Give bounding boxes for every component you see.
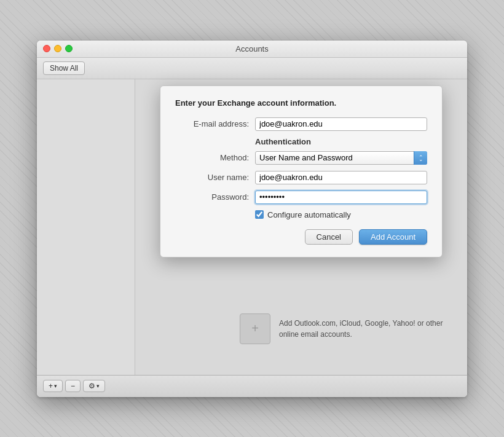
add-account-button[interactable]: Add Account [359, 229, 427, 245]
username-input[interactable] [255, 171, 427, 184]
bottom-bar: + ▾ − ⚙ ▾ [37, 375, 467, 397]
add-button[interactable]: + ▾ [43, 380, 63, 392]
method-select[interactable]: User Name and Password Kerberos NTLMv2 [255, 151, 427, 165]
password-input[interactable] [255, 191, 427, 204]
traffic-lights [43, 45, 73, 52]
main-window: Accounts Show All Enter your Exchange ac… [37, 41, 467, 397]
gear-arrow-icon: ▾ [96, 383, 100, 389]
gear-button[interactable]: ⚙ ▾ [83, 380, 105, 392]
cancel-button[interactable]: Cancel [305, 229, 353, 245]
email-input[interactable] [255, 117, 427, 131]
main-content: Enter your Exchange account information.… [135, 79, 467, 375]
show-all-button[interactable]: Show All [43, 61, 85, 75]
method-row: Method: User Name and Password Kerberos … [175, 151, 427, 165]
method-label: Method: [175, 153, 255, 162]
modal-overlay: Enter your Exchange account information.… [135, 79, 467, 375]
email-label: E-mail address: [175, 119, 255, 128]
window-title: Accounts [235, 44, 268, 53]
email-row: E-mail address: [175, 117, 427, 131]
minus-icon: − [71, 382, 75, 390]
method-select-wrapper: User Name and Password Kerberos NTLMv2 [255, 151, 427, 165]
sidebar [37, 79, 135, 375]
remove-button[interactable]: − [65, 380, 81, 392]
add-icon: + [49, 382, 53, 390]
configure-auto-checkbox[interactable] [255, 210, 264, 219]
username-label: User name: [175, 173, 255, 182]
add-arrow-icon: ▾ [54, 383, 57, 389]
maximize-button[interactable] [65, 45, 73, 52]
gear-icon: ⚙ [89, 382, 95, 390]
auth-section-header: Authentication [255, 137, 427, 146]
toolbar: Show All [37, 58, 467, 79]
username-row: User name: [175, 171, 427, 184]
dialog-buttons: Cancel Add Account [175, 229, 427, 245]
minimize-button[interactable] [54, 45, 61, 52]
password-label: Password: [175, 192, 255, 202]
close-button[interactable] [43, 45, 50, 52]
window-body: Enter your Exchange account information.… [37, 79, 467, 375]
exchange-dialog: Enter your Exchange account information.… [160, 85, 443, 258]
configure-auto-label: Configure automatically [267, 210, 351, 219]
dialog-title: Enter your Exchange account information. [175, 98, 427, 108]
title-bar: Accounts [37, 41, 467, 58]
password-row: Password: [175, 191, 427, 204]
configure-auto-row: Configure automatically [255, 210, 427, 219]
